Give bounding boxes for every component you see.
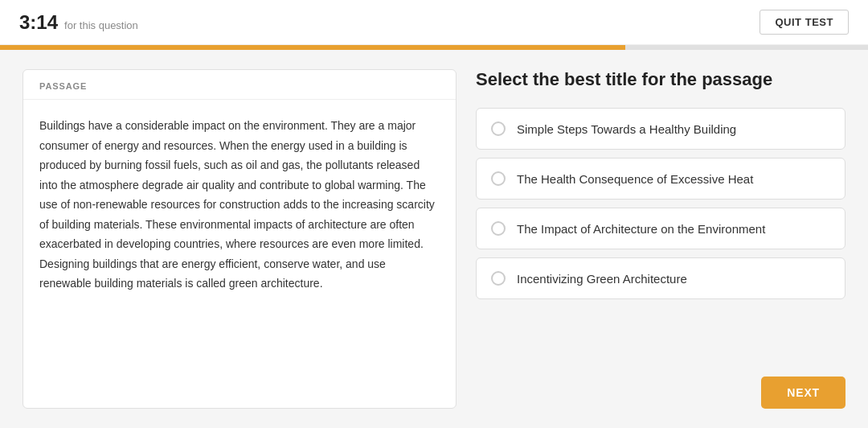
top-bar: 3:14 for this question QUIT TEST — [0, 0, 868, 45]
radio-circle-1 — [491, 121, 506, 136]
option-text-4: Incentivizing Green Architecture — [517, 272, 687, 286]
timer-section: 3:14 for this question — [19, 11, 138, 34]
options-list: Simple Steps Towards a Healthy Building … — [476, 108, 845, 364]
passage-panel: PASSAGE Buildings have a considerable im… — [23, 69, 457, 409]
radio-circle-4 — [491, 271, 506, 286]
question-panel: Select the best title for the passage Si… — [476, 69, 845, 409]
radio-circle-3 — [491, 221, 506, 236]
option-item-2[interactable]: The Health Consequence of Excessive Heat — [476, 158, 845, 200]
next-button[interactable]: NEXT — [761, 377, 845, 409]
option-item-4[interactable]: Incentivizing Green Architecture — [476, 257, 845, 299]
quit-test-button[interactable]: QUIT TEST — [760, 10, 849, 35]
question-title: Select the best title for the passage — [476, 69, 845, 90]
option-text-2: The Health Consequence of Excessive Heat — [517, 172, 753, 186]
radio-circle-2 — [491, 171, 506, 186]
passage-label: PASSAGE — [23, 70, 456, 100]
option-item-1[interactable]: Simple Steps Towards a Healthy Building — [476, 108, 845, 150]
bottom-row: NEXT — [476, 377, 845, 409]
option-item-3[interactable]: The Impact of Architecture on the Enviro… — [476, 208, 845, 249]
passage-text: Buildings have a considerable impact on … — [23, 100, 456, 310]
main-content: PASSAGE Buildings have a considerable im… — [0, 50, 868, 428]
timer-value: 3:14 — [19, 11, 58, 34]
timer-label: for this question — [64, 19, 138, 31]
option-text-3: The Impact of Architecture on the Enviro… — [517, 222, 765, 236]
option-text-1: Simple Steps Towards a Healthy Building — [517, 122, 736, 136]
